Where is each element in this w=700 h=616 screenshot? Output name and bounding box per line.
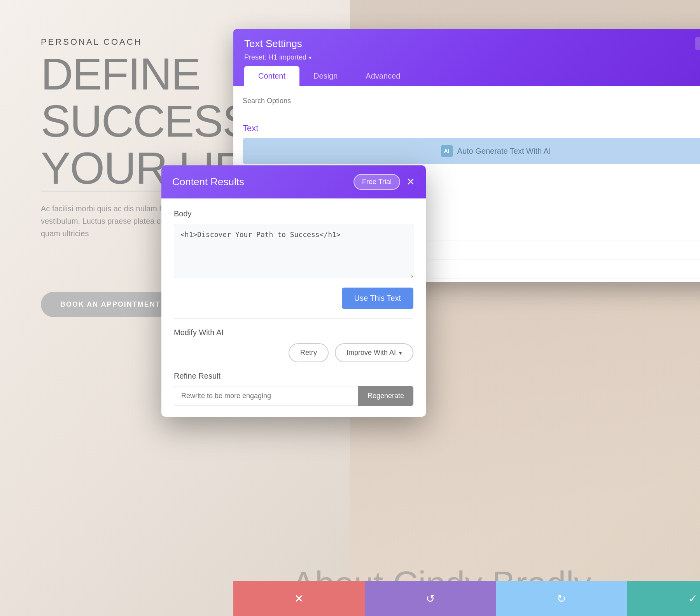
refine-row: Regenerate (174, 386, 413, 406)
undo-toolbar-button[interactable]: ↺ (365, 581, 496, 616)
close-icon: ✕ (294, 592, 303, 605)
improve-with-ai-button[interactable]: Improve With AI ▾ (335, 343, 413, 362)
panel-title: Text Settings (244, 38, 302, 50)
refine-label: Refine Result (174, 372, 413, 381)
confirm-icon: ✓ (688, 592, 697, 605)
tab-advanced[interactable]: Advanced (352, 66, 414, 86)
close-toolbar-button[interactable]: ✕ (233, 581, 365, 616)
dialog-divider (174, 318, 413, 319)
confirm-toolbar-button[interactable]: ✓ (627, 581, 700, 616)
refine-section: Refine Result Regenerate (174, 372, 413, 406)
refine-input[interactable] (174, 386, 358, 406)
panel-icons: ⊙ ⊞ ⋮ (695, 37, 700, 50)
panel-title-row: Text Settings ⊙ ⊞ ⋮ (244, 37, 700, 50)
panel-tabs: Content Design Advanced (244, 66, 700, 86)
undo-icon: ↺ (426, 592, 435, 605)
regenerate-button[interactable]: Regenerate (358, 386, 413, 406)
dialog-title: Content Results (172, 176, 244, 188)
dialog-header: Content Results Free Trial ✕ (161, 165, 426, 198)
panel-header: Text Settings ⊙ ⊞ ⋮ Preset: H1 imported … (233, 29, 700, 86)
tab-content[interactable]: Content (244, 66, 299, 86)
search-options-input[interactable] (243, 97, 700, 105)
auto-generate-text-button[interactable]: AI Auto Generate Text With AI (243, 138, 700, 164)
panel-preset: Preset: H1 imported ▾ (244, 53, 700, 61)
content-results-dialog: Content Results Free Trial ✕ Body <h1>Di… (161, 165, 426, 417)
preset-arrow: ▾ (309, 54, 312, 61)
improve-dropdown-arrow: ▾ (399, 350, 402, 356)
body-textarea[interactable]: <h1>Discover Your Path to Success</h1> (174, 224, 413, 278)
ai-icon: AI (441, 145, 453, 157)
bottom-toolbar: ✕ ↺ ↻ ✓ (233, 581, 700, 616)
panel-screenshot-button[interactable]: ⊙ (695, 37, 700, 50)
redo-toolbar-button[interactable]: ↻ (496, 581, 627, 616)
free-trial-badge[interactable]: Free Trial (354, 174, 400, 190)
modify-ai-label: Modify With AI (174, 328, 413, 337)
dialog-body: Body <h1>Discover Your Path to Success</… (161, 198, 426, 417)
text-section-title: Text (243, 123, 258, 133)
search-row: ＋ + Filter (233, 86, 700, 116)
text-section-header: Text ∧ ⋮ (233, 116, 700, 138)
body-section-label: Body (174, 209, 413, 218)
bg-book-appointment-button[interactable]: BOOK AN APPOINTMENT (41, 292, 180, 317)
use-this-text-button[interactable]: Use This Text (342, 288, 413, 309)
retry-button[interactable]: Retry (289, 343, 329, 362)
dialog-close-button[interactable]: ✕ (406, 176, 415, 188)
tab-design[interactable]: Design (299, 66, 352, 86)
redo-icon: ↻ (557, 592, 566, 605)
ai-action-buttons: Retry Improve With AI ▾ (174, 343, 413, 362)
bg-personal-coach-label: PERSONAL COACH (41, 37, 142, 47)
dialog-header-right: Free Trial ✕ (354, 174, 415, 190)
